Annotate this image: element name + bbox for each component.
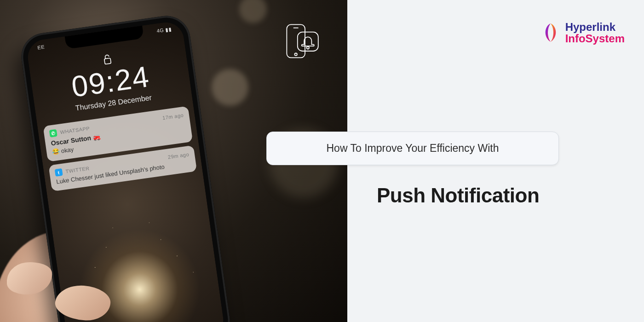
svg-point-4 [307,46,309,49]
notification-time: 17m ago [162,112,184,121]
logo-text-line2: InfoSystem [565,33,625,44]
signal-label: 4G ▮▮ [156,26,172,34]
push-notification-icon [280,22,322,63]
notification-app-name: WHATSAPP [60,126,90,135]
subtitle-pill: How To Improve Your Efficiency With [266,132,559,165]
bokeh-light [239,0,267,23]
lock-icon [102,52,113,66]
phone-screen: EE 4G ▮▮ 09:24 Thursday 28 December ✆ WH… [26,20,226,322]
notification-list: ✆ WHATSAPP 17m ago Oscar Sutton 🚒 😂 okay… [38,105,203,192]
bokeh-light [212,69,248,106]
brand-logo: Hyperlink InfoSystem [540,21,625,44]
carrier-label: EE [37,44,45,51]
svg-point-2 [295,53,297,56]
svg-rect-5 [104,58,111,64]
logo-text-line1: Hyperlink [565,21,625,33]
whatsapp-icon: ✆ [49,129,58,138]
notification-app-name: TWITTER [65,166,90,174]
svg-rect-3 [298,32,318,51]
content-panel: Hyperlink InfoSystem How To Improve Your… [347,0,644,322]
phone-notch [65,26,144,49]
headline: Push Notification [377,184,539,207]
notification-time: 29m ago [167,151,190,160]
logo-mark-icon [540,22,562,44]
twitter-icon: t [55,168,63,177]
